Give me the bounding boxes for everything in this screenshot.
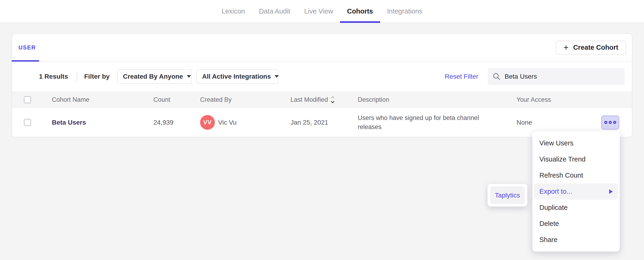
page: Lexicon Data Audit Live View Cohorts Int… [0,0,644,260]
nav-tab-live-view[interactable]: Live View [297,0,340,22]
panel-tabstrip: USER + Create Cohort [12,34,632,62]
menu-item-label: Export to... [540,188,572,195]
row-checkbox[interactable] [24,119,31,126]
chevron-down-icon [274,75,279,78]
menu-item-label: Refresh Count [540,172,583,179]
menu-item-label: View Users [540,139,574,147]
row-context-menu: View Users Visualize Trend Refresh Count… [532,131,620,252]
created-by-dropdown[interactable]: Created By Anyone [117,69,192,84]
last-modified-label: Last Modified [290,96,328,104]
cohort-description: Users who have signed up for beta channe… [358,114,494,132]
tab-user[interactable]: USER [18,44,36,51]
cohort-count: 24,939 [154,119,200,126]
col-header-last-modified[interactable]: Last Modified [290,96,358,104]
tab-user-underline [12,60,39,62]
search-box [488,68,624,85]
menu-item-view-users[interactable]: View Users [534,135,618,151]
menu-item-export-to[interactable]: Export to... [534,184,618,200]
avatar: VV [200,115,215,130]
dots-icon [604,121,607,124]
nav-tab-integrations[interactable]: Integrations [380,0,430,22]
filter-bar: 1 Results Filter by Created By Anyone Al… [12,62,632,91]
top-nav: Lexicon Data Audit Live View Cohorts Int… [0,0,644,23]
row-actions-button[interactable] [601,116,619,130]
nav-tab-lexicon[interactable]: Lexicon [214,0,252,22]
plus-icon: + [564,44,568,52]
table-header: Cohort Name Count Created By Last Modifi… [12,91,632,108]
created-by-cell: VV Vic Vu [200,115,290,130]
menu-item-delete[interactable]: Delete [534,216,618,232]
menu-item-label: Share [540,236,557,244]
filter-by-label: Filter by [84,73,110,80]
sort-icon [331,96,334,103]
integrations-dropdown-label: All Active Integrations [202,73,271,80]
results-count: 1 Results [39,73,68,80]
your-access-value: None [516,119,589,126]
col-header-count: Count [154,96,200,104]
search-input[interactable] [504,73,620,80]
nav-tab-cohorts[interactable]: Cohorts [340,0,380,22]
create-cohort-label: Create Cohort [573,44,618,51]
filter-divider [77,72,77,82]
submenu-arrow-icon [609,189,613,194]
header-checkbox[interactable] [24,96,31,104]
cohort-name-link[interactable]: Beta Users [52,119,154,126]
menu-item-label: Visualize Trend [540,156,586,163]
menu-item-label: Delete [540,220,559,228]
reset-filter-link[interactable]: Reset Filter [445,73,478,80]
col-header-created-by: Created By [200,96,290,104]
created-by-name: Vic Vu [218,119,236,126]
menu-item-visualize-trend[interactable]: Visualize Trend [534,151,618,167]
menu-item-share[interactable]: Share [534,232,618,248]
submenu-item-taplytics[interactable]: Taplytics [490,186,525,204]
nav-tab-data-audit[interactable]: Data Audit [252,0,297,22]
menu-item-refresh-count[interactable]: Refresh Count [534,167,618,184]
cohorts-panel: USER + Create Cohort 1 Results Filter by… [12,34,632,137]
menu-item-duplicate[interactable]: Duplicate [534,200,618,216]
export-submenu: Taplytics [488,184,527,206]
col-header-your-access: Your Access [516,96,589,104]
col-header-description: Description [358,96,516,104]
chevron-down-icon [187,75,191,78]
col-header-cohort-name: Cohort Name [52,96,154,104]
search-icon [492,72,501,81]
last-modified-value: Jan 25, 2021 [290,119,358,126]
integrations-dropdown[interactable]: All Active Integrations [196,69,278,84]
created-by-dropdown-label: Created By Anyone [123,73,183,80]
create-cohort-button[interactable]: + Create Cohort [556,40,626,54]
menu-item-label: Duplicate [540,204,568,212]
